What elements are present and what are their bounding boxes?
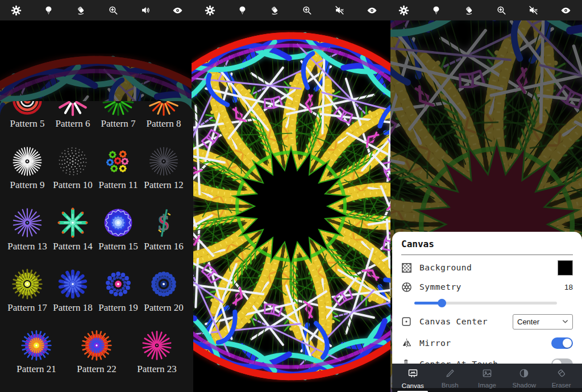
pattern-item-label: Pattern 15 — [98, 241, 138, 252]
background-row: Background — [401, 257, 573, 278]
tab-image[interactable]: Image — [471, 368, 504, 389]
pattern-thumbnail — [56, 101, 89, 118]
pattern-row: Pattern 21Pattern 22Pattern 23 — [0, 327, 193, 389]
paint-drop-button[interactable] — [41, 3, 56, 18]
pattern-item-label: Pattern 19 — [98, 302, 138, 314]
gear-button[interactable] — [9, 3, 23, 18]
pattern-grid: Pattern 5Pattern 6Pattern 7Pattern 8Patt… — [0, 101, 193, 389]
pattern-item[interactable]: Pattern 5 — [5, 101, 50, 143]
pattern-thumbnail — [20, 327, 53, 364]
pattern-item[interactable]: Pattern 18 — [50, 266, 95, 327]
pattern-row: Pattern 9Pattern 10Pattern 11Pattern 12 — [0, 143, 193, 205]
canvas-center-row: Canvas Center Center — [401, 311, 573, 332]
toggle-knob — [563, 339, 572, 348]
pattern-item[interactable]: Pattern 10 — [50, 143, 95, 205]
pattern-item[interactable]: $Pattern 16 — [141, 205, 186, 266]
pattern-panel: Pattern 5Pattern 6Pattern 7Pattern 8Patt… — [0, 101, 193, 392]
eye-icon — [172, 5, 183, 16]
mirror-toggle[interactable] — [551, 337, 573, 349]
pattern-item[interactable]: Pattern 22 — [74, 327, 119, 389]
pattern-item-label: Pattern 20 — [144, 302, 183, 314]
tab-label: Shadow — [513, 382, 537, 389]
tab-brush[interactable]: Brush — [434, 368, 467, 389]
tab-brush-icon — [444, 368, 456, 381]
pattern-item[interactable]: Pattern 8 — [141, 101, 186, 143]
pattern-item[interactable]: Pattern 17 — [5, 266, 50, 327]
pattern-item[interactable]: Pattern 19 — [95, 266, 141, 327]
symmetry-slider[interactable] — [414, 302, 557, 305]
tab-eraser-icon — [556, 368, 567, 381]
symmetry-value: 18 — [564, 283, 573, 291]
eraser-icon — [269, 5, 280, 15]
paint-drop-button[interactable] — [429, 3, 444, 18]
gear-icon — [11, 5, 22, 16]
speaker-muted-icon — [334, 5, 344, 15]
canvas-center-dropdown[interactable]: Center — [513, 314, 573, 330]
pattern-thumbnail — [11, 266, 44, 302]
tab-canvas-icon — [407, 368, 419, 382]
canvas-main[interactable] — [192, 20, 390, 392]
background-color-swatch[interactable] — [558, 260, 573, 276]
top-toolbar — [0, 0, 582, 20]
pattern-item-label: Pattern 8 — [147, 118, 181, 130]
pattern-item-label: Pattern 9 — [10, 180, 45, 191]
eraser-button[interactable] — [462, 3, 476, 18]
gear-button[interactable] — [203, 3, 218, 18]
tab-label: Canvas — [402, 382, 424, 389]
eraser-button[interactable] — [73, 3, 88, 18]
pattern-thumbnail — [11, 205, 44, 241]
symmetry-slider-thumb[interactable] — [438, 299, 446, 307]
tab-image-icon — [481, 368, 493, 381]
pattern-item-label: Pattern 7 — [101, 118, 136, 130]
pattern-item-label: Pattern 18 — [53, 302, 92, 314]
pattern-item[interactable]: Pattern 21 — [14, 327, 59, 389]
eye-button[interactable] — [364, 3, 379, 18]
settings-tab-bar: CanvasBrushImageShadowEraser — [392, 364, 582, 392]
speaker-muted-button[interactable] — [526, 3, 541, 18]
pattern-item[interactable]: Pattern 23 — [134, 327, 180, 389]
zoom-in-button[interactable] — [106, 3, 120, 18]
eye-icon — [560, 5, 571, 16]
zoom-in-icon — [302, 5, 312, 15]
pattern-item-label: Pattern 21 — [16, 364, 56, 375]
speaker-button[interactable] — [138, 3, 153, 18]
pattern-item[interactable]: Pattern 7 — [95, 101, 141, 143]
pattern-thumbnail — [56, 143, 89, 180]
tab-shadow[interactable]: Shadow — [508, 368, 541, 389]
pattern-item[interactable]: Pattern 15 — [95, 205, 141, 266]
pattern-thumbnail — [11, 143, 44, 180]
pattern-item[interactable]: Pattern 12 — [141, 143, 186, 205]
zoom-in-icon — [108, 5, 118, 15]
wheel-icon — [401, 282, 414, 293]
tab-canvas[interactable]: Canvas — [396, 368, 429, 389]
paint-drop-button[interactable] — [235, 3, 250, 18]
pattern-thumbnail — [140, 327, 173, 364]
pattern-item[interactable]: Pattern 9 — [5, 143, 50, 205]
symmetry-slider-row — [401, 296, 573, 310]
tab-label: Eraser — [552, 382, 571, 389]
pattern-item[interactable]: Pattern 20 — [141, 266, 186, 327]
square-dot-icon — [401, 316, 414, 327]
pattern-item[interactable]: Pattern 6 — [50, 101, 95, 143]
paint-drop-icon — [44, 6, 53, 15]
pattern-item[interactable]: Pattern 13 — [5, 205, 50, 266]
pattern-thumbnail — [102, 266, 135, 302]
eraser-button[interactable] — [267, 3, 282, 18]
zoom-in-button[interactable] — [300, 3, 314, 18]
eye-button[interactable] — [171, 3, 185, 18]
pattern-item-label: Pattern 23 — [137, 364, 176, 375]
tab-eraser[interactable]: Eraser — [545, 368, 578, 389]
speaker-muted-button[interactable] — [332, 3, 347, 18]
pattern-item[interactable]: Pattern 14 — [50, 205, 95, 266]
pattern-item[interactable]: Pattern 11 — [95, 143, 141, 205]
eye-button[interactable] — [558, 3, 573, 18]
tab-shadow-icon — [518, 368, 530, 381]
symmetry-row: Symmetry 18 — [401, 279, 573, 295]
pattern-row: Pattern 5Pattern 6Pattern 7Pattern 8 — [0, 101, 193, 143]
pattern-thumbnail — [11, 101, 44, 118]
gear-button[interactable] — [397, 3, 411, 18]
speaker-icon — [140, 5, 151, 15]
tab-label: Image — [478, 382, 496, 389]
zoom-in-button[interactable] — [494, 3, 509, 18]
pattern-item-label: Pattern 16 — [144, 241, 183, 252]
